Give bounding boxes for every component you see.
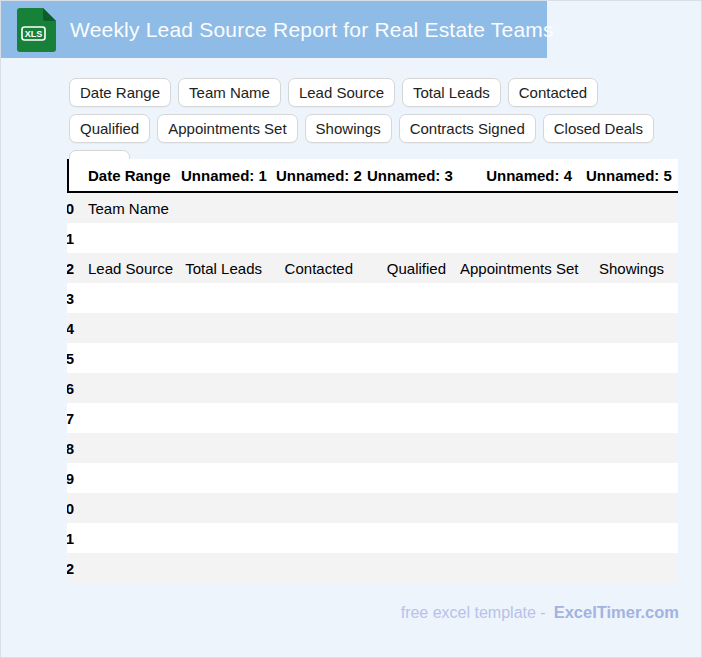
cell [276, 313, 367, 343]
row-index: 11 [67, 523, 88, 553]
row-index: 1 [67, 223, 88, 253]
row-index: 6 [67, 373, 88, 403]
column-chip-total-leads[interactable]: Total Leads [402, 78, 501, 107]
cell [276, 403, 367, 433]
table-row: 6 [67, 373, 678, 403]
cell [367, 192, 460, 223]
cell [460, 403, 586, 433]
cell [586, 343, 678, 373]
footer: free excel template -ExcelTimer.com [401, 603, 679, 622]
table-row: 4 [67, 313, 678, 343]
cell [181, 373, 276, 403]
column-chip-contracts-signed[interactable]: Contracts Signed [399, 114, 536, 143]
cell [367, 553, 460, 583]
cell [367, 373, 460, 403]
cell [88, 553, 181, 583]
page-title: Weekly Lead Source Report for Real Estat… [70, 18, 554, 42]
row-index: 12 [67, 553, 88, 583]
header-left-tick [67, 159, 69, 193]
cell: Contacted [276, 253, 367, 283]
cell [586, 553, 678, 583]
cell [181, 223, 276, 253]
column-header: Unnamed: 3 [367, 159, 460, 192]
cell [586, 373, 678, 403]
cell [181, 463, 276, 493]
cell [181, 283, 276, 313]
cell [460, 192, 586, 223]
column-chip-qualified[interactable]: Qualified [69, 114, 150, 143]
cell [367, 433, 460, 463]
cell [367, 343, 460, 373]
table-row: 8 [67, 433, 678, 463]
column-chip-appointments-set[interactable]: Appointments Set [157, 114, 297, 143]
table-row: 7 [67, 403, 678, 433]
cell [181, 313, 276, 343]
column-header: Unnamed: 1 [181, 159, 276, 192]
row-index: 7 [67, 403, 88, 433]
cell [276, 463, 367, 493]
table-row: 10 [67, 493, 678, 523]
cell [367, 493, 460, 523]
lead-source-table: Date RangeUnnamed: 1Unnamed: 2Unnamed: 3… [67, 159, 678, 583]
row-index: 3 [67, 283, 88, 313]
row-index: 9 [67, 463, 88, 493]
cell: Team Name [88, 192, 181, 223]
cell [181, 403, 276, 433]
cell [586, 223, 678, 253]
cell [367, 463, 460, 493]
cell [586, 463, 678, 493]
cell [88, 463, 181, 493]
column-chip-closed-deals[interactable]: Closed Deals [543, 114, 654, 143]
table-row: 11 [67, 523, 678, 553]
column-chip-lead-source[interactable]: Lead Source [288, 78, 395, 107]
cell [88, 433, 181, 463]
cell [586, 493, 678, 523]
cell: Total Leads [181, 253, 276, 283]
dataframe-preview: Date RangeUnnamed: 1Unnamed: 2Unnamed: 3… [67, 159, 678, 585]
column-header: Date Range [88, 159, 181, 192]
index-header-cell [67, 159, 88, 192]
cell: Showings [586, 253, 678, 283]
cell [460, 313, 586, 343]
cell [181, 523, 276, 553]
cell [88, 223, 181, 253]
row-index: 8 [67, 433, 88, 463]
cell [586, 313, 678, 343]
cell [460, 283, 586, 313]
column-header: Unnamed: 4 [460, 159, 586, 192]
footer-text: free excel template - [401, 604, 546, 621]
cell [586, 523, 678, 553]
cell [181, 343, 276, 373]
cell [276, 192, 367, 223]
cell [367, 403, 460, 433]
column-chip-showings[interactable]: Showings [305, 114, 392, 143]
row-index: 10 [67, 493, 88, 523]
exceltimer-brand-link[interactable]: ExcelTimer.com [554, 603, 679, 621]
cell [88, 283, 181, 313]
cell [181, 433, 276, 463]
table-row: 5 [67, 343, 678, 373]
cell [88, 343, 181, 373]
cell: Appointments Set [460, 253, 586, 283]
column-chip-contacted[interactable]: Contacted [508, 78, 598, 107]
table-row: 1 [67, 223, 678, 253]
cell [276, 283, 367, 313]
cell [460, 373, 586, 403]
cell [367, 283, 460, 313]
xls-file-icon: XLS [17, 8, 56, 52]
cell [586, 403, 678, 433]
column-chip-team-name[interactable]: Team Name [178, 78, 281, 107]
table-row: 2Lead SourceTotal LeadsContactedQualifie… [67, 253, 678, 283]
cell [276, 223, 367, 253]
row-index: 2 [67, 253, 88, 283]
table-row: 12 [67, 553, 678, 583]
table-row: 9 [67, 463, 678, 493]
cell [276, 433, 367, 463]
table-row: 3 [67, 283, 678, 313]
row-index: 0 [67, 192, 88, 223]
column-chip-date-range[interactable]: Date Range [69, 78, 171, 107]
cell [460, 223, 586, 253]
column-header: Unnamed: 5 [586, 159, 678, 192]
cell [460, 523, 586, 553]
cell [460, 493, 586, 523]
